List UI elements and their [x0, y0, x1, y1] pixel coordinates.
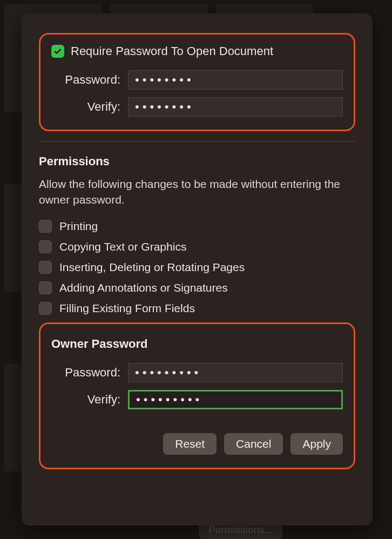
permission-copying-label: Copying Text or Graphics [59, 240, 186, 253]
owner-verify-input[interactable] [128, 390, 343, 409]
require-password-row[interactable]: Require Password To Open Document [51, 44, 343, 58]
permission-formfields-checkbox[interactable] [39, 302, 52, 315]
permission-copying[interactable]: Copying Text or Graphics [39, 240, 355, 253]
permissions-title: Permissions [39, 154, 355, 169]
open-password-row: Password: [51, 70, 343, 90]
permissions-section: Permissions Allow the following changes … [39, 154, 355, 315]
permission-inserting-label: Inserting, Deleting or Rotating Pages [59, 261, 245, 274]
open-password-input[interactable] [128, 70, 343, 90]
require-password-checkbox[interactable] [51, 45, 64, 58]
permission-annotations-label: Adding Annotations or Signatures [59, 281, 228, 294]
apply-button[interactable]: Apply [290, 433, 343, 455]
reset-button[interactable]: Reset [163, 433, 217, 455]
permission-copying-checkbox[interactable] [39, 240, 52, 253]
permission-inserting-checkbox[interactable] [39, 261, 52, 274]
owner-password-row: Password: [51, 363, 343, 382]
permission-inserting[interactable]: Inserting, Deleting or Rotating Pages [39, 261, 355, 274]
permission-annotations[interactable]: Adding Annotations or Signatures [39, 281, 355, 294]
require-password-label: Require Password To Open Document [71, 44, 273, 58]
owner-password-label: Password: [51, 366, 120, 380]
cancel-button[interactable]: Cancel [224, 433, 283, 455]
permission-printing[interactable]: Printing [39, 220, 355, 233]
owner-verify-row: Verify: [51, 390, 343, 409]
owner-password-input[interactable] [128, 363, 343, 382]
button-row: Reset Cancel Apply [51, 433, 343, 455]
owner-verify-label: Verify: [51, 393, 120, 407]
open-verify-input[interactable] [128, 97, 343, 117]
open-password-label: Password: [51, 73, 120, 87]
owner-password-section: Owner Password Password: Verify: Reset C… [39, 322, 355, 469]
permission-annotations-checkbox[interactable] [39, 281, 52, 294]
permission-printing-checkbox[interactable] [39, 220, 52, 233]
permission-formfields-label: Filling Existing Form Fields [59, 302, 195, 315]
open-verify-row: Verify: [51, 97, 343, 117]
permissions-dialog: Require Password To Open Document Passwo… [22, 14, 373, 525]
permission-printing-label: Printing [59, 220, 98, 233]
permissions-description: Allow the following changes to be made w… [39, 176, 355, 208]
owner-password-title: Owner Password [51, 337, 343, 351]
divider [39, 141, 355, 142]
open-verify-label: Verify: [51, 100, 120, 114]
permission-formfields[interactable]: Filling Existing Form Fields [39, 302, 355, 315]
checkmark-icon [53, 47, 62, 56]
require-password-section: Require Password To Open Document Passwo… [39, 33, 355, 131]
